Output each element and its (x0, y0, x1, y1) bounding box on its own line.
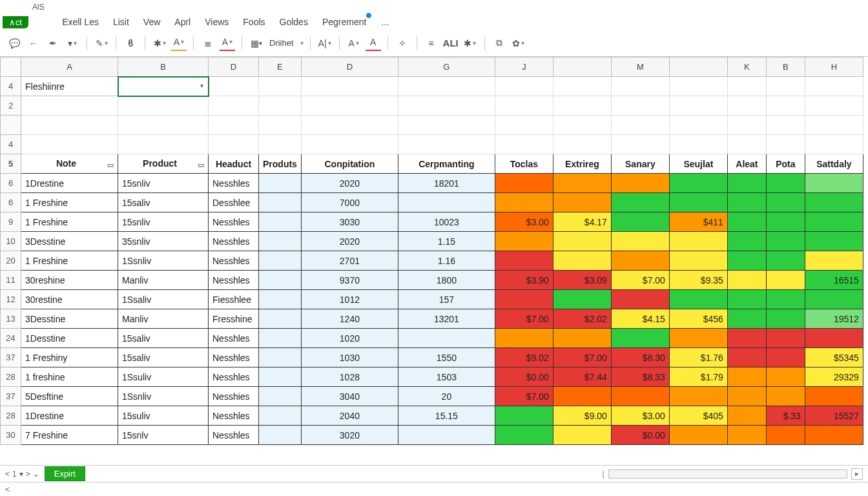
cell[interactable]: $8.30 (611, 348, 669, 367)
cell[interactable] (669, 96, 727, 116)
menu-views[interactable]: Views (198, 16, 235, 28)
row-header[interactable]: 5 (1, 154, 21, 174)
active-cell[interactable]: ▾ (118, 77, 209, 96)
cell[interactable]: $456 (669, 309, 727, 329)
menu-pegrement[interactable]: Pegrement (316, 16, 373, 28)
table-header[interactable]: Cerpmanting (398, 154, 495, 174)
cell[interactable]: $9.02 (495, 348, 553, 367)
row-header[interactable]: 28 (1, 406, 21, 426)
cell[interactable]: 3020 (301, 426, 398, 445)
cell[interactable] (766, 174, 805, 193)
cell[interactable]: $0.00 (611, 426, 669, 445)
cell[interactable]: 1Ssnliv (118, 251, 209, 271)
col-header[interactable]: H (805, 57, 863, 77)
cell[interactable]: $7.44 (553, 367, 611, 387)
cell[interactable] (301, 77, 398, 96)
cell[interactable] (727, 116, 766, 135)
cell[interactable] (118, 135, 209, 154)
list-icon[interactable]: ≣ (200, 36, 216, 51)
cell[interactable] (727, 232, 766, 251)
cell[interactable] (766, 251, 805, 271)
cell[interactable]: 2701 (301, 251, 398, 271)
row-header[interactable]: 20 (1, 251, 21, 271)
cell[interactable]: 3Desstine (21, 309, 118, 329)
cell[interactable] (21, 135, 118, 154)
cell[interactable]: 13201 (398, 309, 495, 329)
cell[interactable] (301, 96, 398, 116)
menu-[interactable]: … (374, 16, 396, 28)
cell[interactable]: 15.15 (398, 406, 495, 426)
row-header[interactable]: 4 (1, 77, 21, 96)
cell[interactable]: $411 (669, 212, 727, 232)
table-header[interactable]: Sanary (611, 154, 669, 174)
cell[interactable] (553, 290, 611, 309)
cell[interactable] (727, 174, 766, 193)
col-header[interactable]: M (611, 57, 669, 77)
row-header[interactable]: 6 (1, 174, 21, 193)
cell[interactable]: Nesshles (209, 212, 259, 232)
table-header[interactable]: Extrireg (553, 154, 611, 174)
cell[interactable] (398, 116, 495, 135)
cell[interactable] (669, 290, 727, 309)
cell[interactable] (805, 96, 863, 116)
row-header[interactable]: 4 (1, 135, 21, 154)
sheet-tab-active[interactable]: Expirt (45, 466, 85, 481)
cell[interactable]: 15snliv (118, 174, 209, 193)
cell[interactable] (611, 174, 669, 193)
cell[interactable] (259, 232, 302, 251)
cell[interactable]: Fresshine (209, 309, 259, 329)
cell[interactable]: $9.00 (553, 406, 611, 426)
brush-icon[interactable]: ✒ (45, 36, 61, 51)
cell[interactable] (259, 329, 302, 348)
cell[interactable] (495, 329, 553, 348)
cell[interactable] (669, 77, 727, 96)
cell[interactable] (766, 271, 805, 290)
cell[interactable]: 1800 (398, 271, 495, 290)
menu-aprl[interactable]: Aprl (168, 16, 197, 28)
cell[interactable]: 157 (398, 290, 495, 309)
cell[interactable]: 35snliv (118, 232, 209, 251)
cell[interactable] (495, 96, 553, 116)
cell[interactable]: 1 Freshiny (21, 348, 118, 367)
horizontal-scrollbar[interactable] (608, 470, 847, 479)
table-header[interactable]: Sattdaly (805, 154, 863, 174)
cell[interactable]: Nesshles (209, 406, 259, 426)
row-header[interactable]: 30 (1, 426, 21, 445)
cell[interactable]: Desshlee (209, 193, 259, 212)
cell[interactable] (259, 367, 302, 387)
star-icon[interactable]: ✱▾ (462, 36, 478, 51)
menu-lisit[interactable]: Lisit (107, 16, 136, 28)
cell[interactable] (669, 426, 727, 445)
nav-one[interactable]: 1 (12, 470, 17, 479)
cell[interactable]: 1Ssaliv (118, 290, 209, 309)
cell[interactable] (727, 426, 766, 445)
cell[interactable]: 5Desftine (21, 387, 118, 406)
row-header[interactable]: 13 (1, 309, 21, 329)
cell[interactable] (727, 348, 766, 367)
cell[interactable]: 7000 (301, 193, 398, 212)
cell[interactable]: Nesshles (209, 348, 259, 367)
cell[interactable] (766, 193, 805, 212)
table-header[interactable]: Pota (766, 154, 805, 174)
cell[interactable]: 2040 (301, 406, 398, 426)
cell[interactable] (495, 426, 553, 445)
cell[interactable]: 19512 (805, 309, 863, 329)
cell[interactable]: $3.09 (553, 271, 611, 290)
col-header[interactable]: G (398, 57, 495, 77)
cell[interactable] (398, 135, 495, 154)
cell[interactable] (766, 232, 805, 251)
cell[interactable] (766, 426, 805, 445)
font-a-red-icon[interactable]: A (366, 36, 381, 51)
cell[interactable] (766, 135, 805, 154)
cell[interactable]: 1Desstine (21, 329, 118, 348)
cell[interactable] (259, 309, 302, 329)
settings-icon[interactable]: ✿▾ (511, 36, 526, 51)
cell[interactable]: $7.00 (495, 309, 553, 329)
cell[interactable] (259, 251, 302, 271)
cell[interactable]: $7.00 (495, 387, 553, 406)
cell[interactable] (301, 135, 398, 154)
table-header[interactable]: Conpitation (301, 154, 398, 174)
cell[interactable] (611, 77, 669, 96)
cell[interactable] (259, 174, 302, 193)
name-box[interactable]: Fleshiinre (21, 77, 118, 96)
